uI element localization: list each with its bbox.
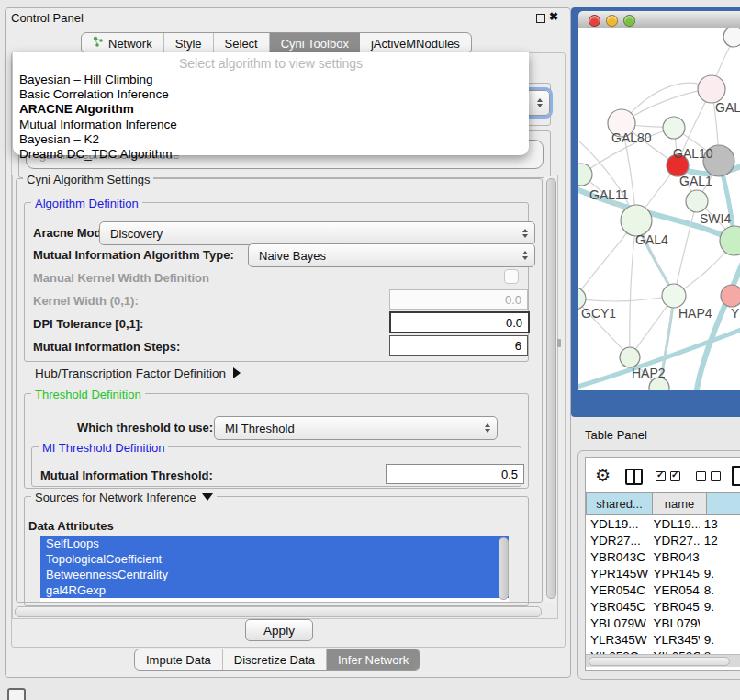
table-cell[interactable]: YPR145W [648, 567, 699, 581]
which-threshold-combo[interactable]: MI Threshold [214, 416, 498, 440]
close-light-red[interactable] [589, 15, 600, 27]
tab-network[interactable]: Network [82, 33, 164, 53]
bottom-corner-icon[interactable] [7, 688, 26, 700]
mi-type-combo[interactable]: Naive Bayes [248, 243, 535, 267]
network-node-y[interactable] [721, 285, 740, 307]
kernel-width-field[interactable]: 0.0 [389, 289, 528, 310]
table-cell[interactable]: 12 [700, 534, 740, 548]
attribute-list-item[interactable]: SelfLoops [40, 536, 509, 551]
settings-vertical-scrollbar[interactable] [544, 176, 556, 603]
algorithm-option[interactable]: Bayesian – K2 [17, 132, 524, 147]
dpi-tolerance-field[interactable]: 0.0 [389, 311, 530, 333]
table-row[interactable]: YDL19...YDL19...13 [586, 515, 740, 532]
hub-definition-toggle[interactable]: Hub/Transcription Factor Definition [35, 367, 241, 380]
table-cell[interactable]: YPR145W [586, 567, 648, 581]
table-row[interactable]: YDR27...YDR27...12 [586, 532, 740, 548]
table-body[interactable]: YDL19...YDL19...13YDR27...YDR27...12YBR0… [586, 515, 740, 654]
table-row[interactable]: YBR045CYBR045C9. [586, 598, 740, 615]
deselect-all-icon[interactable] [696, 471, 721, 481]
table-cell[interactable]: YBR043C [586, 550, 648, 564]
mi-steps-label: Mutual Information Steps: [33, 340, 180, 354]
control-panel-title: Control Panel [11, 11, 84, 25]
panel-splitter-handle[interactable] [557, 339, 561, 347]
tab-select[interactable]: Select [214, 33, 270, 53]
table-cell[interactable]: 9. [700, 633, 740, 647]
export-table-icon[interactable] [732, 466, 740, 486]
node-label: Y [731, 306, 740, 321]
algorithm-option[interactable]: Basic Correlation Inference [17, 87, 524, 102]
column-chooser-icon[interactable] [625, 469, 643, 485]
table-cell[interactable]: YBL079W [586, 616, 648, 630]
table-cell[interactable]: YLR345W [586, 633, 648, 647]
network-node-hap2[interactable] [620, 347, 640, 367]
table-cell[interactable]: 9. [700, 600, 740, 614]
table-cell[interactable]: YDR27... [648, 534, 699, 548]
table-row[interactable]: YER054CYER054C8. [586, 581, 740, 598]
algorithm-option[interactable]: Mutual Information Inference [17, 118, 524, 132]
network-node-gal4[interactable] [621, 205, 652, 236]
mi-steps-field[interactable]: 6 [389, 335, 528, 356]
column-header-third[interactable]: A [707, 492, 740, 515]
network-node-gal10[interactable] [663, 117, 685, 139]
scrollbar-thumb[interactable] [589, 657, 730, 666]
table-row[interactable]: YPR145WYPR145W9. [586, 565, 740, 581]
attribute-list-item[interactable]: BetweennessCentrality [40, 567, 509, 582]
tab-jactivemnodules[interactable]: jActiveMNodules [360, 33, 471, 53]
table-cell[interactable]: YBL079W [648, 616, 699, 630]
float-window-icon[interactable] [536, 14, 545, 23]
aracne-mode-combo[interactable]: Discovery [99, 221, 535, 245]
tab-discretize-data[interactable]: Discretize Data [223, 649, 327, 670]
table-cell[interactable]: YDL19... [648, 517, 699, 531]
node-label: GAL [715, 100, 740, 115]
apply-button[interactable]: Apply [245, 619, 313, 641]
algorithm-option[interactable]: Bayesian – Hill Climbing [17, 73, 524, 87]
table-row[interactable]: YBR043CYBR043C [586, 548, 740, 565]
settings-horizontal-scrollbar[interactable] [15, 606, 542, 617]
table-cell[interactable]: YDR27... [586, 534, 648, 548]
node-label: HAP2 [632, 366, 666, 380]
tab-infer-network[interactable]: Infer Network [327, 649, 420, 670]
table-cell[interactable]: YDL19... [586, 517, 648, 531]
attributes-list-scrollbar[interactable] [499, 537, 509, 600]
tab-style[interactable]: Style [164, 33, 214, 53]
table-row[interactable]: YIL052CYIL052C8. [586, 648, 740, 654]
table-cell[interactable]: 13 [700, 517, 740, 531]
table-cell[interactable]: 8. [700, 583, 740, 597]
column-header-shared-name[interactable]: shared... [586, 492, 653, 515]
column-header-name[interactable]: name [653, 492, 707, 515]
manual-kernel-checkbox[interactable] [504, 269, 519, 284]
minimize-light-yellow[interactable] [606, 15, 618, 27]
network-node[interactable] [720, 226, 740, 255]
network-node[interactable] [723, 28, 740, 47]
table-cell[interactable]: YBR045C [586, 600, 648, 614]
algorithm-option[interactable]: ARACNE Algorithm [17, 102, 524, 117]
attribute-list-item[interactable]: TopologicalCoefficient [40, 551, 509, 567]
scrollbar-thumb[interactable] [546, 178, 556, 599]
network-node-swi4[interactable] [686, 190, 708, 212]
node-label: GAL80 [611, 130, 652, 145]
select-all-icon[interactable] [656, 471, 680, 481]
table-cell[interactable]: YBR043C [648, 550, 699, 564]
sources-title[interactable]: Sources for Network Inference [31, 491, 217, 504]
tab-impute-data[interactable]: Impute Data [135, 649, 223, 670]
table-cell[interactable]: YLR345W [648, 633, 699, 647]
network-node-gal[interactable] [698, 75, 725, 103]
mi-threshold-field[interactable]: 0.5 [386, 464, 524, 484]
tab-cyni-toolbox[interactable]: Cyni Toolbox [270, 33, 360, 53]
table-cell[interactable]: 9. [700, 567, 740, 581]
algorithm-option[interactable]: Dream8 DC_TDC Algorithm [17, 147, 524, 162]
table-cell[interactable]: YBR045C [648, 600, 699, 614]
table-cell[interactable]: YER054C [586, 583, 648, 597]
zoom-light-green[interactable] [623, 15, 635, 27]
network-node-hap4[interactable] [662, 284, 686, 308]
table-row[interactable]: YLR345WYLR345W9. [586, 631, 740, 648]
mi-type-label: Mutual Information Algorithm Type: [33, 248, 234, 262]
gear-icon[interactable]: ⚙ [595, 465, 611, 486]
table-row[interactable]: YBL079WYBL079W [586, 615, 740, 631]
close-icon[interactable]: ✖ [549, 10, 558, 23]
table-cell[interactable]: YER054C [648, 583, 699, 597]
attribute-list-item[interactable]: gal4RGexp [40, 582, 509, 598]
network-window-titlebar[interactable] [578, 11, 740, 29]
network-canvas[interactable]: GALGAL80GAL10GAL1GAL11SWI4GAL4GCY1HAP4YH… [578, 28, 740, 390]
table-horizontal-scrollbar[interactable] [586, 654, 740, 667]
